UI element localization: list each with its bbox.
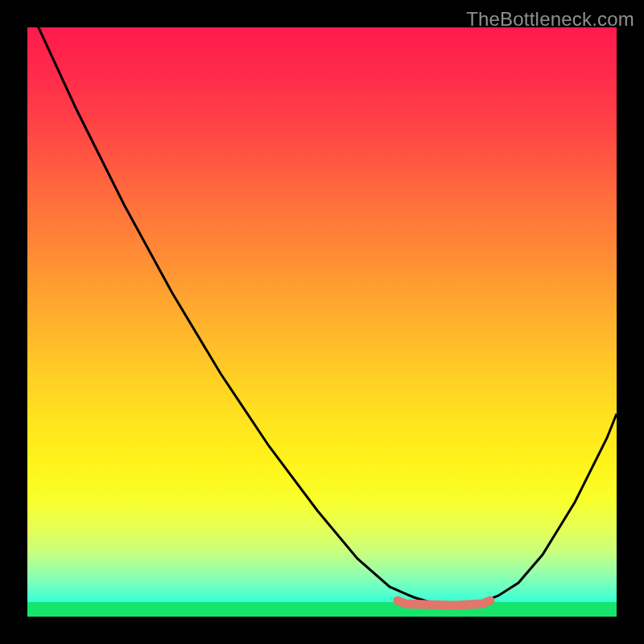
bottleneck-curve [27,27,617,604]
watermark-text: TheBottleneck.com [466,8,634,31]
flat-bottom-marker [398,601,490,605]
chart-frame: TheBottleneck.com [0,0,644,644]
chart-svg [27,27,617,617]
plot-area [27,27,617,617]
